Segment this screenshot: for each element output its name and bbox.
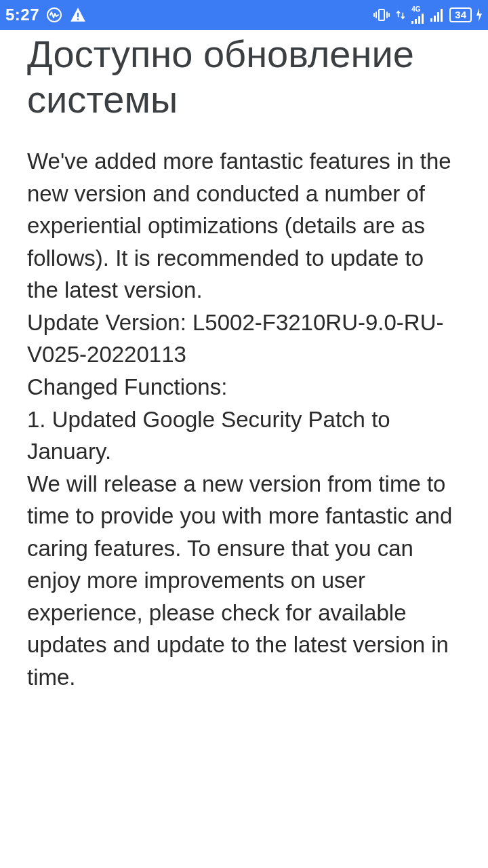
outro-paragraph: We will release a new version from time … (27, 468, 461, 694)
svg-rect-1 (77, 13, 79, 18)
svg-rect-2 (77, 18, 79, 20)
status-right: 4G 34 (373, 6, 483, 24)
battery-percent: 34 (455, 9, 466, 21)
warning-icon (69, 6, 87, 24)
svg-rect-6 (418, 16, 420, 24)
data-arrows-icon (394, 8, 407, 22)
version-line: Update Version: L5002-F3210RU-9.0-RU-V02… (27, 307, 461, 371)
svg-rect-4 (411, 21, 413, 24)
change-item-1: 1. Updated Google Security Patch to Janu… (27, 403, 461, 468)
signal-icon (430, 8, 445, 22)
svg-rect-11 (441, 9, 443, 22)
svg-rect-9 (434, 16, 436, 22)
svg-rect-5 (415, 19, 417, 24)
update-body: We've added more fantastic features in t… (27, 145, 461, 693)
intro-paragraph: We've added more fantastic features in t… (27, 145, 461, 307)
update-content: Доступно обновление системы We've added … (0, 30, 488, 693)
svg-rect-10 (437, 12, 439, 22)
page-title: Доступно обновление системы (27, 30, 461, 122)
changed-label: Changed Functions: (27, 371, 461, 403)
status-left: 5:27 (5, 5, 87, 24)
vibrate-icon (373, 7, 390, 23)
svg-rect-3 (379, 9, 384, 20)
heartbeat-icon (46, 7, 62, 23)
status-bar: 5:27 4G (0, 0, 488, 30)
svg-rect-8 (430, 18, 432, 22)
signal-4g-icon: 4G (411, 6, 426, 24)
charging-icon (476, 8, 483, 22)
clock: 5:27 (5, 5, 39, 24)
svg-rect-7 (422, 14, 424, 24)
battery-indicator: 34 (449, 7, 472, 22)
